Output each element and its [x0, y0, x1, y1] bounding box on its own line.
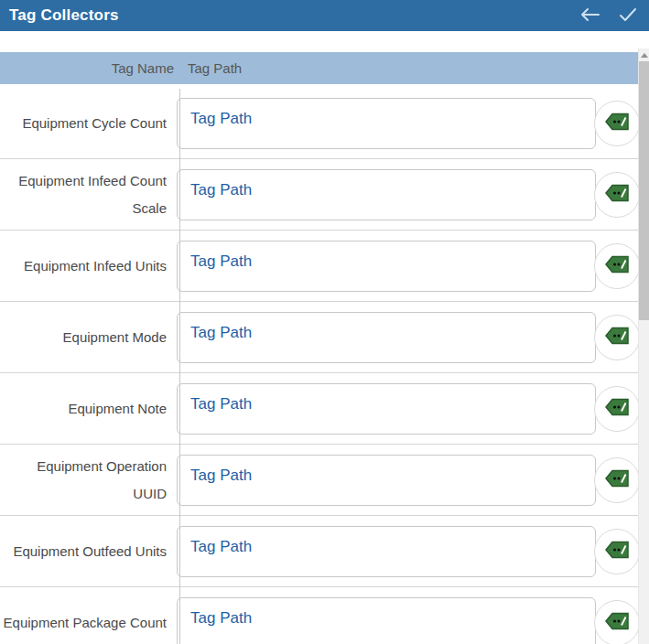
tag-path-input[interactable]: [177, 98, 596, 149]
scroll-up-arrow-icon[interactable]: [641, 53, 648, 58]
tag-path-icon: [605, 469, 629, 490]
column-header-tag-path: Tag Path: [188, 60, 242, 76]
tag-path-cell: [173, 241, 640, 292]
column-header-tag-name: Tag Name: [0, 60, 174, 76]
tag-collectors-window: Tag Collectors Tag Name Tag Path Equipme…: [0, 0, 649, 644]
tag-path-cell: [173, 383, 640, 435]
table-row: Equipment Infeed Units: [0, 231, 640, 302]
tag-browse-button[interactable]: [594, 386, 640, 432]
scrollbar-thumb[interactable]: [639, 61, 649, 320]
tag-name-label: Equipment Package Count: [0, 609, 173, 636]
tag-name-label: Equipment Note: [0, 395, 173, 422]
table-column-header: Tag Name Tag Path: [0, 52, 640, 84]
arrow-left-icon: [579, 7, 600, 25]
tag-path-icon: [605, 398, 629, 419]
tag-path-input[interactable]: [177, 312, 596, 363]
tag-name-label: Equipment Infeed Units: [0, 252, 173, 279]
page-title: Tag Collectors: [9, 6, 119, 25]
table-row: Equipment Operation UUID: [0, 445, 640, 516]
table-row: Equipment Mode: [0, 302, 640, 373]
tag-name-label: Equipment Operation UUID: [0, 453, 173, 507]
tag-name-label: Equipment Outfeed Units: [0, 538, 173, 564]
tag-path-cell: [173, 455, 640, 506]
scrollbar[interactable]: [638, 48, 649, 644]
tag-browse-button[interactable]: [594, 243, 640, 289]
tag-path-icon: [605, 184, 629, 205]
back-button[interactable]: [578, 4, 601, 27]
tag-path-input[interactable]: [177, 383, 596, 435]
tag-path-cell: [173, 597, 640, 644]
tag-path-input[interactable]: [177, 169, 596, 220]
tag-browse-button[interactable]: [594, 529, 640, 574]
check-icon: [619, 7, 637, 25]
tag-path-input[interactable]: [177, 241, 596, 292]
tag-path-cell: [173, 526, 640, 577]
tag-browse-button[interactable]: [594, 172, 640, 218]
table-row: Equipment Infeed Count Scale: [0, 159, 640, 231]
tag-browse-button[interactable]: [594, 457, 640, 503]
titlebar: Tag Collectors: [0, 0, 649, 31]
table-row: Equipment Outfeed Units: [0, 516, 640, 587]
tag-browse-button[interactable]: [594, 101, 640, 146]
titlebar-actions: [578, 4, 640, 27]
tag-path-icon: [605, 541, 629, 562]
tag-path-cell: [173, 312, 640, 363]
tag-path-input[interactable]: [177, 597, 596, 644]
tag-path-icon: [605, 327, 629, 348]
table-row: Equipment Note: [0, 373, 640, 445]
confirm-button[interactable]: [616, 4, 640, 27]
tag-name-label: Equipment Cycle Count: [0, 110, 173, 136]
table-row: Equipment Cycle Count: [0, 88, 640, 159]
tag-path-cell: [173, 169, 640, 220]
tag-name-label: Equipment Infeed Count Scale: [0, 167, 173, 221]
tag-path-input[interactable]: [177, 455, 596, 506]
table-row: Equipment Package Count: [0, 587, 640, 644]
tag-browse-button[interactable]: [594, 315, 640, 360]
tag-collector-table: Equipment Cycle Count Equipment Infeed C…: [0, 88, 640, 644]
tag-path-icon: [605, 612, 629, 633]
tag-name-label: Equipment Mode: [0, 324, 173, 350]
tag-path-input[interactable]: [177, 526, 596, 577]
tag-browse-button[interactable]: [594, 600, 640, 644]
tag-path-cell: [173, 98, 640, 149]
tag-path-icon: [605, 113, 629, 134]
tag-path-icon: [605, 255, 629, 276]
